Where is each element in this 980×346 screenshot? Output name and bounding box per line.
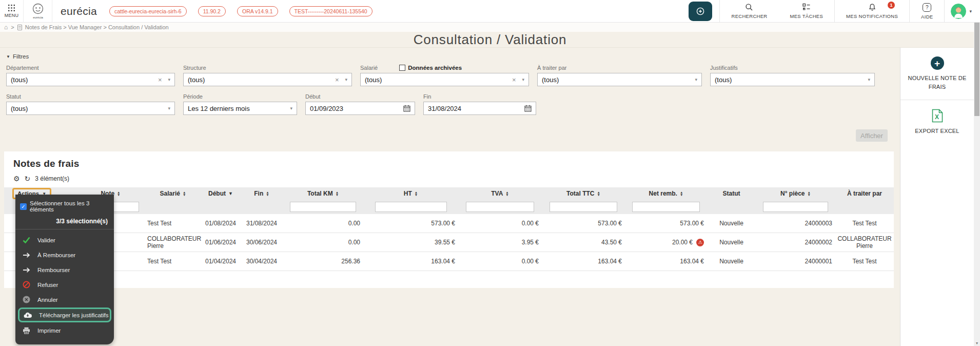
departement-select[interactable]: (tous) × ▾: [6, 73, 175, 86]
home-icon[interactable]: ⌂: [4, 24, 8, 30]
table-row[interactable]: Test Test 01/08/2024 31/08/2024 0.00 573…: [4, 214, 894, 233]
new-expense-note-button[interactable]: + NOUVELLE NOTE DE FRAIS: [900, 48, 974, 100]
cell-debut: 01/06/2024: [201, 237, 241, 248]
ht-filter-input[interactable]: [375, 202, 447, 212]
salarie-select[interactable]: (tous) × ▾: [360, 73, 529, 86]
sort-icon: ▲▼: [117, 191, 120, 196]
cell-tva: 0.00 €: [458, 218, 542, 229]
sort-icon: ▲▼: [415, 191, 418, 196]
structure-value: (tous): [188, 76, 335, 84]
cell-salarie: Test Test: [145, 256, 201, 267]
cell-a-traiter-par: COLLABORATEUR Pierre: [835, 233, 894, 252]
fin-date-field[interactable]: 31/08/2024: [423, 102, 536, 115]
table-row[interactable]: COLLABORATEUR Pierre 01/06/2024 30/06/20…: [4, 233, 894, 252]
menu-item-refuser[interactable]: Refuser: [15, 277, 114, 292]
menu-item-imprimer[interactable]: Imprimer: [15, 323, 114, 338]
a-traiter-par-select[interactable]: (tous) ▾: [537, 73, 702, 86]
plus-circle-icon: +: [931, 56, 944, 70]
sort-icon: ▲▼: [505, 191, 508, 196]
menu-label: MENU: [5, 13, 19, 18]
tasks-icon: [802, 3, 811, 11]
refresh-icon[interactable]: ↻: [25, 175, 31, 182]
tasks-button[interactable]: MES TÂCHES: [779, 0, 835, 23]
debut-date-field[interactable]: 01/09/2023: [305, 102, 415, 115]
filters-panel: ▼ Filtres Département (tous) × ▾ Structu…: [6, 53, 894, 121]
filters-toggle[interactable]: ▼ Filtres: [6, 53, 894, 60]
column-header-debut[interactable]: Début▼: [201, 190, 241, 197]
afficher-button[interactable]: Afficher: [856, 129, 888, 142]
document-icon: [17, 25, 22, 30]
cell-total-ttc: 163.04 €: [542, 256, 625, 267]
card-title: Notes de frais: [4, 151, 894, 169]
select-all-label: Sélectionner tous les 3 éléments: [30, 200, 110, 213]
breadcrumb-separator: >: [11, 24, 14, 30]
net-remb-filter-input[interactable]: [632, 202, 699, 212]
justificatifs-select[interactable]: (tous) ▾: [710, 73, 875, 86]
menu-item-telecharger-justificatifs[interactable]: Télécharger les justificatifs: [18, 307, 111, 322]
tasks-label: MES TÂCHES: [790, 13, 824, 19]
help-button[interactable]: ? AIDE: [910, 0, 944, 23]
column-header-piece[interactable]: N° pièce▲▼: [756, 190, 835, 197]
search-button[interactable]: RECHERCHER: [720, 0, 778, 23]
cell-piece: 24000002: [756, 237, 835, 248]
calendar-icon[interactable]: [403, 105, 410, 112]
eurecia-logo-icon[interactable]: eurécia: [24, 0, 52, 23]
table-row[interactable]: Test Test 01/04/2024 30/04/2024 256.36 1…: [4, 252, 894, 271]
menu-button[interactable]: MENU: [0, 0, 24, 23]
vertical-scrollbar[interactable]: ▾: [974, 23, 980, 346]
menu-item-rembourser[interactable]: Rembourser: [15, 262, 114, 277]
quick-add-button[interactable]: [689, 2, 712, 21]
column-header-net-remb[interactable]: Net remb.▲▼: [625, 190, 707, 197]
search-icon: [745, 3, 753, 11]
filters-toggle-label: Filtres: [13, 53, 29, 60]
warning-icon[interactable]: ⚠: [696, 239, 704, 246]
structure-select[interactable]: (tous) × ▾: [183, 73, 352, 86]
total-km-filter-input[interactable]: [290, 202, 356, 212]
cell-fin: 31/08/2024: [241, 218, 283, 229]
plus-circle-icon: [696, 7, 705, 16]
breadcrumb-path[interactable]: Notes de Frais > Vue Manager > Consultat…: [25, 24, 169, 30]
brand-wordmark: eurécia: [52, 5, 109, 17]
cell-a-traiter-par: Test Test: [835, 218, 894, 229]
user-menu[interactable]: ▾: [945, 4, 980, 19]
scrollbar-thumb[interactable]: [974, 23, 979, 116]
archived-data-checkbox[interactable]: Données archivées: [399, 65, 462, 71]
excel-file-icon: X: [932, 109, 943, 123]
gear-icon[interactable]: ⚙: [13, 175, 20, 182]
export-excel-button[interactable]: X EXPORT EXCEL: [900, 100, 974, 144]
clear-icon[interactable]: ×: [512, 76, 516, 84]
sort-icon: ▲▼: [266, 191, 269, 196]
notifications-button[interactable]: 1 MES NOTIFICATIONS: [835, 0, 909, 23]
chevron-down-icon: ▾: [695, 77, 697, 82]
scroll-down-arrow-icon[interactable]: ▾: [974, 341, 980, 345]
column-header-total-km[interactable]: Total KM▲▼: [283, 190, 363, 197]
svg-text:X: X: [934, 113, 938, 121]
column-header-total-ttc[interactable]: Total TTC▲▼: [542, 190, 625, 197]
column-header-salarie[interactable]: Salarié▲▼: [145, 190, 201, 197]
menu-item-annuler[interactable]: Annuler: [15, 292, 114, 307]
notifications-label: MES NOTIFICATIONS: [846, 13, 898, 19]
cell-ht: 39.55 €: [363, 237, 458, 248]
chevron-down-icon: ▾: [868, 77, 870, 82]
piece-filter-input[interactable]: [763, 202, 828, 212]
debut-label: Début: [305, 93, 320, 100]
total-ttc-filter-input[interactable]: [550, 202, 618, 212]
column-header-ht[interactable]: HT▲▼: [363, 190, 458, 197]
filters-row-1: Département (tous) × ▾ Structure (tous) …: [6, 64, 894, 86]
selection-count: 3/3 sélectionné(s): [15, 215, 114, 229]
clear-icon[interactable]: ×: [158, 76, 162, 84]
menu-item-valider[interactable]: Valider: [15, 233, 114, 247]
clear-icon[interactable]: ×: [335, 76, 339, 84]
top-bar-right: RECHERCHER MES TÂCHES: [689, 0, 980, 23]
select-all-checkbox[interactable]: ✓ Sélectionner tous les 3 éléments: [15, 198, 114, 215]
table-toolbar: ⚙ ↻ 3 élément(s): [4, 169, 894, 187]
calendar-icon[interactable]: [524, 105, 532, 112]
tva-filter-input[interactable]: [466, 202, 535, 212]
column-header-tva[interactable]: TVA▲▼: [458, 190, 542, 197]
column-header-fin[interactable]: Fin▲▼: [241, 190, 283, 197]
menu-item-a-rembourser[interactable]: À Rembourser: [15, 247, 114, 262]
triangle-down-icon: ▼: [6, 54, 10, 59]
page-title: Consultation / Validation: [414, 32, 566, 48]
statut-select[interactable]: (tous) ▾: [6, 102, 175, 115]
periode-select[interactable]: Les 12 derniers mois ▾: [183, 102, 297, 115]
